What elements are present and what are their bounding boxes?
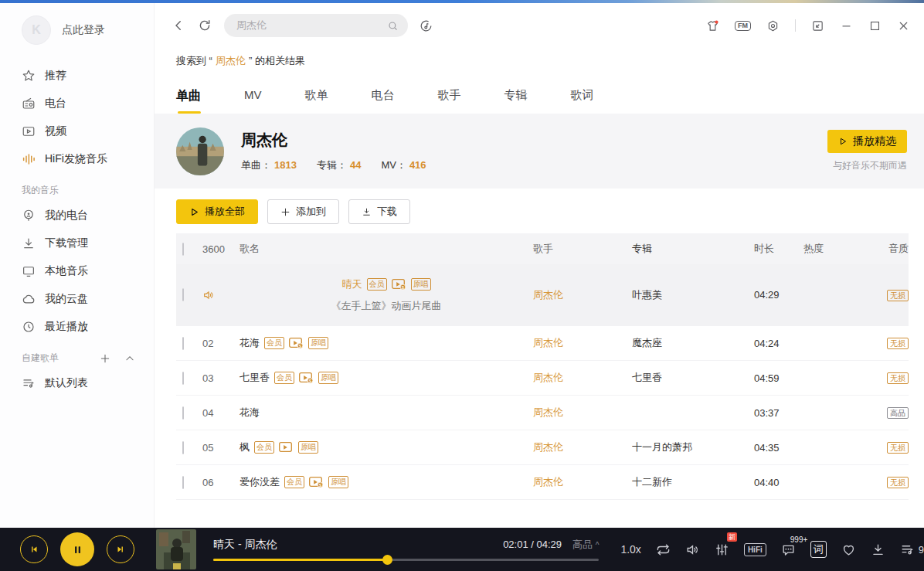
back-icon[interactable] bbox=[172, 19, 185, 32]
search-icon[interactable] bbox=[387, 20, 399, 32]
collapse-icon[interactable] bbox=[124, 353, 135, 364]
album-name[interactable]: 十一月的萧邦 bbox=[632, 440, 754, 454]
tab-radio[interactable]: 电台 bbox=[372, 88, 395, 114]
play-queue-button[interactable]: 9 bbox=[900, 542, 924, 557]
singer-link[interactable]: 周杰伦 bbox=[533, 372, 563, 383]
music-recognition-icon[interactable] bbox=[419, 19, 433, 33]
pause-button[interactable] bbox=[60, 532, 94, 566]
singer-link[interactable]: 周杰伦 bbox=[533, 406, 563, 418]
search-keyword[interactable]: 周杰伦 bbox=[216, 55, 246, 66]
play-featured-button[interactable]: 播放精选 bbox=[827, 130, 907, 153]
login-label[interactable]: 点此登录 bbox=[62, 23, 105, 37]
fm-icon[interactable]: FM bbox=[735, 21, 751, 31]
singer-link[interactable]: 周杰伦 bbox=[533, 476, 563, 488]
tab-playlists[interactable]: 歌单 bbox=[305, 88, 328, 114]
table-row[interactable]: 晴天 会员 $ 原唱 《左手上篮》动画片尾曲 周杰伦 叶惠美 04:29 无损 bbox=[176, 264, 909, 326]
song-title[interactable]: 晴天 bbox=[342, 277, 362, 291]
mv-paid-badge-icon[interactable]: $ bbox=[289, 338, 304, 348]
row-checkbox[interactable] bbox=[182, 476, 184, 489]
skin-theme-icon[interactable] bbox=[706, 19, 719, 32]
hifi-mode-button[interactable]: HiFi bbox=[744, 543, 766, 556]
tab-songs[interactable]: 单曲 bbox=[176, 88, 201, 114]
artist-avatar[interactable] bbox=[176, 127, 224, 175]
sidebar-item-recommend[interactable]: 推荐 bbox=[22, 62, 154, 90]
song-title[interactable]: 枫 bbox=[239, 440, 250, 454]
sidebar-item-hifi[interactable]: HiFi发烧音乐 bbox=[22, 145, 154, 173]
download-icon bbox=[362, 207, 372, 217]
sidebar-item-my-radio[interactable]: 我的电台 bbox=[22, 202, 154, 229]
table-row[interactable]: 06 爱你没差 会员 $ 原唱 周杰伦 十二新作 04:40 无损 bbox=[176, 465, 909, 500]
mv-paid-badge-icon[interactable]: $ bbox=[392, 279, 406, 290]
tab-mv[interactable]: MV bbox=[244, 88, 262, 114]
album-name[interactable]: 魔杰座 bbox=[632, 336, 754, 350]
search-input[interactable] bbox=[236, 20, 387, 32]
add-to-button[interactable]: 添加到 bbox=[267, 199, 339, 224]
playback-speed-button[interactable]: 1.0x bbox=[620, 543, 640, 556]
singer-link[interactable]: 周杰伦 bbox=[533, 441, 563, 453]
refresh-icon[interactable] bbox=[198, 19, 212, 32]
user-avatar[interactable]: K bbox=[22, 15, 51, 45]
row-checkbox[interactable] bbox=[182, 337, 184, 350]
close-icon[interactable] bbox=[897, 19, 910, 32]
song-duration: 04:29 bbox=[754, 289, 803, 301]
sidebar-item-local-music[interactable]: 本地音乐 bbox=[22, 257, 154, 285]
row-checkbox[interactable] bbox=[182, 406, 184, 420]
next-track-button[interactable] bbox=[107, 535, 134, 563]
comments-button[interactable]: 999+ bbox=[781, 542, 796, 557]
song-title[interactable]: 七里香 bbox=[239, 371, 270, 385]
download-button[interactable]: 下载 bbox=[348, 199, 410, 224]
sidebar-item-cloud-drive[interactable]: 我的云盘 bbox=[22, 285, 154, 313]
pause-icon bbox=[72, 544, 83, 556]
sidebar-item-downloads[interactable]: 下载管理 bbox=[22, 229, 154, 257]
sidebar-item-default-playlist[interactable]: 默认列表 bbox=[22, 369, 154, 397]
song-title[interactable]: 花海 bbox=[239, 336, 260, 350]
mv-badge-icon[interactable] bbox=[279, 442, 294, 453]
maximize-icon[interactable] bbox=[868, 19, 882, 32]
tab-lyrics[interactable]: 歌词 bbox=[571, 88, 594, 114]
row-checkbox[interactable] bbox=[182, 288, 184, 301]
download-song-icon[interactable] bbox=[871, 542, 885, 557]
progress-bar[interactable] bbox=[213, 559, 599, 561]
search-box[interactable] bbox=[224, 14, 408, 37]
sidebar-item-radio[interactable]: 电台 bbox=[22, 90, 154, 117]
play-all-button[interactable]: 播放全部 bbox=[176, 199, 258, 224]
table-row[interactable]: 03 七里香 会员 $ 原唱 周杰伦 七里香 04:59 无损 bbox=[176, 361, 909, 396]
table-row[interactable]: 04 花海 周杰伦 03:37 高品 bbox=[176, 396, 909, 430]
mini-mode-icon[interactable] bbox=[811, 19, 824, 32]
repeat-mode-icon[interactable] bbox=[656, 542, 671, 557]
volume-icon[interactable] bbox=[685, 542, 700, 557]
sidebar-item-video[interactable]: 视频 bbox=[22, 117, 154, 145]
table-row[interactable]: 05 枫 会员 原唱 周杰伦 十一月的萧邦 04:35 无损 bbox=[176, 430, 909, 465]
tab-albums[interactable]: 专辑 bbox=[504, 88, 528, 114]
now-playing-album-art[interactable] bbox=[156, 529, 196, 569]
tab-artists[interactable]: 歌手 bbox=[438, 88, 461, 114]
progress-knob[interactable] bbox=[382, 555, 392, 565]
mv-paid-badge-icon[interactable]: $ bbox=[309, 477, 324, 488]
lyrics-button[interactable]: 词 bbox=[810, 541, 827, 558]
settings-icon[interactable] bbox=[766, 19, 780, 32]
mv-paid-badge-icon[interactable]: $ bbox=[299, 372, 314, 383]
singer-link[interactable]: 周杰伦 bbox=[533, 337, 563, 348]
select-all-checkbox[interactable] bbox=[182, 243, 184, 256]
favorite-heart-icon[interactable] bbox=[841, 542, 856, 557]
equalizer-icon[interactable]: 新 bbox=[715, 542, 729, 557]
previous-track-button[interactable] bbox=[20, 535, 48, 563]
table-row[interactable]: 02 花海 会员 $ 原唱 周杰伦 魔杰座 04:24 无损 bbox=[176, 326, 909, 361]
album-name[interactable]: 叶惠美 bbox=[632, 288, 754, 302]
minimize-icon[interactable] bbox=[840, 19, 853, 32]
song-title[interactable]: 爱你没差 bbox=[239, 475, 280, 489]
add-playlist-icon[interactable] bbox=[100, 353, 110, 364]
row-checkbox[interactable] bbox=[182, 372, 184, 385]
login-area[interactable]: K 点此登录 bbox=[22, 15, 154, 45]
singer-link[interactable]: 周杰伦 bbox=[533, 289, 563, 301]
song-title[interactable]: 花海 bbox=[239, 406, 260, 420]
row-checkbox[interactable] bbox=[182, 441, 184, 454]
now-playing-title[interactable]: 晴天 - 周杰伦 bbox=[213, 538, 277, 552]
album-name[interactable]: 七里香 bbox=[632, 371, 754, 385]
previous-icon bbox=[29, 544, 39, 555]
quality-selector[interactable]: 高品 ^ bbox=[572, 538, 599, 552]
sidebar-item-recent[interactable]: 最近播放 bbox=[22, 313, 154, 341]
quality-badge: 高品 bbox=[887, 407, 909, 419]
next-icon bbox=[115, 544, 126, 555]
album-name[interactable]: 十二新作 bbox=[632, 475, 754, 489]
